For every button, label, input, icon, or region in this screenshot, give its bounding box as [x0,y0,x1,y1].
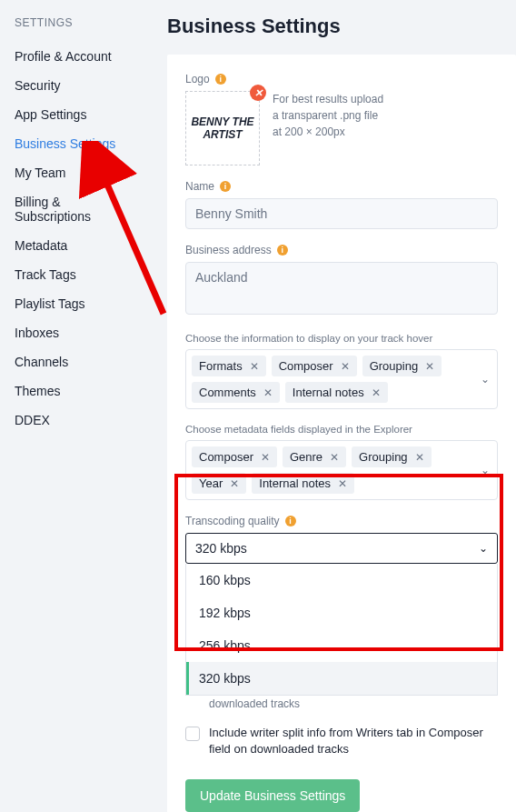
transcoding-option[interactable]: 160 kbps [186,564,497,596]
info-icon[interactable]: i [285,516,296,526]
chip-remove-icon[interactable]: ✕ [230,477,239,490]
transcoding-label: Transcoding quality [185,515,280,527]
sidebar-title: SETTINGS [15,16,140,29]
chip: Genre✕ [283,446,346,467]
chip: Grouping✕ [362,356,442,376]
chip-remove-icon[interactable]: ✕ [425,360,434,373]
chip-remove-icon[interactable]: ✕ [341,360,350,373]
hover-info-chips[interactable]: Formats✕ Composer✕ Grouping✕ Comments✕ I… [185,349,498,409]
logo-text: BENNY THE ARTIST [191,115,253,141]
info-icon[interactable]: i [220,181,231,192]
sidebar-item-themes[interactable]: Themes [15,376,140,406]
writer-split-checkbox[interactable] [185,727,200,741]
chip: Comments✕ [192,382,280,403]
info-icon[interactable]: i [277,245,288,256]
obscured-checkbox-tail: downloaded tracks [209,697,498,710]
chip-remove-icon[interactable]: ✕ [250,360,259,373]
address-label: Business address [185,244,272,256]
sidebar-item-playlist-tags[interactable]: Playlist Tags [15,289,140,318]
chip: Year✕ [192,473,246,494]
info-icon[interactable]: i [215,74,226,85]
sidebar-item-profile[interactable]: Profile & Account [15,42,140,71]
transcoding-option[interactable]: 320 kbps [186,662,497,695]
explorer-fields-chips[interactable]: Composer✕ Genre✕ Grouping✕ Year✕ Interna… [185,440,498,500]
page-title: Business Settings [167,15,516,38]
update-business-settings-button[interactable]: Update Business Settings [185,779,360,812]
sidebar-item-ddex[interactable]: DDEX [15,406,140,435]
chip-remove-icon[interactable]: ✕ [415,451,424,464]
transcoding-dropdown: 160 kbps 192 kbps 256 kbps 320 kbps [185,564,498,696]
sidebar-item-app[interactable]: App Settings [15,100,140,129]
settings-sidebar: SETTINGS Profile & Account Security App … [0,0,154,812]
business-address-input[interactable] [185,262,498,315]
sidebar-item-track-tags[interactable]: Track Tags [15,260,140,289]
chip: Internal notes✕ [285,382,388,403]
logo-hint: For best results upload a transparent .p… [273,91,383,140]
chip-remove-icon[interactable]: ✕ [263,386,273,399]
transcoding-quality-select[interactable]: 320 kbps ⌄ [185,533,498,564]
chip: Composer✕ [192,446,277,467]
logo-label: Logo [185,73,210,85]
chip: Formats✕ [192,356,266,376]
main-content: Business Settings Logo i BENNY THE ARTIS… [154,0,516,812]
remove-logo-button[interactable]: ✕ [250,85,266,101]
chip-remove-icon[interactable]: ✕ [261,451,270,464]
transcoding-selected-value: 320 kbps [195,541,247,556]
sidebar-item-business[interactable]: Business Settings [15,129,140,158]
business-name-input[interactable] [185,198,498,229]
chevron-down-icon: ⌄ [479,542,488,555]
sidebar-item-security[interactable]: Security [15,71,140,100]
chip: Composer✕ [272,356,357,376]
chip: Internal notes✕ [252,473,354,494]
sidebar-item-inboxes[interactable]: Inboxes [15,318,140,347]
sidebar-item-billing[interactable]: Billing & Subscriptions [15,187,140,231]
transcoding-option[interactable]: 192 kbps [186,596,497,629]
chip-remove-icon[interactable]: ✕ [372,386,381,399]
chevron-down-icon[interactable]: ⌄ [481,373,490,386]
hover-info-label: Choose the information to display on you… [185,333,498,344]
chevron-down-icon[interactable]: ⌄ [481,464,490,476]
explorer-fields-label: Choose metadata fields displayed in the … [185,424,498,435]
chip-remove-icon[interactable]: ✕ [338,477,347,490]
sidebar-item-team[interactable]: My Team [15,158,140,187]
sidebar-item-metadata[interactable]: Metadata [15,231,140,260]
business-settings-card: Logo i BENNY THE ARTIST ✕ For best resul… [167,55,516,812]
writer-split-label: Include writer split info from Writers t… [209,725,498,757]
logo-upload-box[interactable]: BENNY THE ARTIST ✕ [185,91,260,165]
sidebar-item-channels[interactable]: Channels [15,347,140,376]
chip-remove-icon[interactable]: ✕ [330,451,339,464]
name-label: Name [185,180,214,193]
chip: Grouping✕ [352,446,431,467]
transcoding-option[interactable]: 256 kbps [186,629,497,662]
